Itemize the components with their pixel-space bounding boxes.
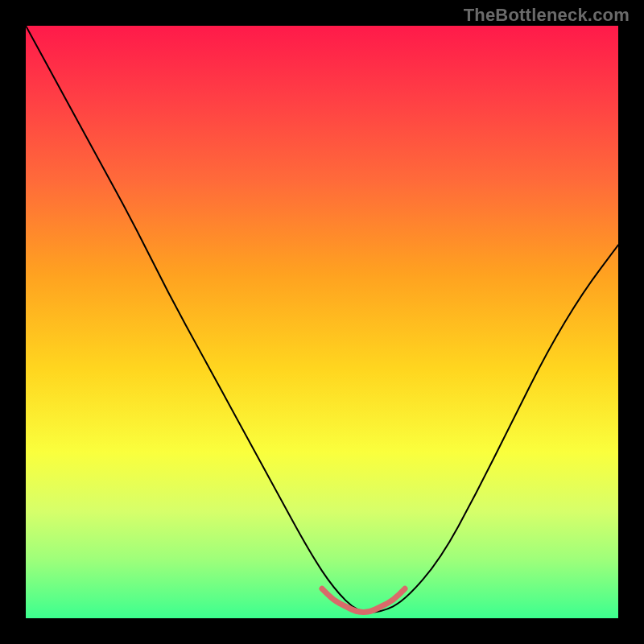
valley-highlight — [322, 588, 405, 612]
curve-layer — [26, 26, 618, 618]
watermark-text: TheBottleneck.com — [464, 5, 630, 26]
chart-frame: TheBottleneck.com — [0, 0, 644, 644]
bottleneck-curve — [26, 26, 618, 613]
plot-area — [26, 26, 618, 618]
